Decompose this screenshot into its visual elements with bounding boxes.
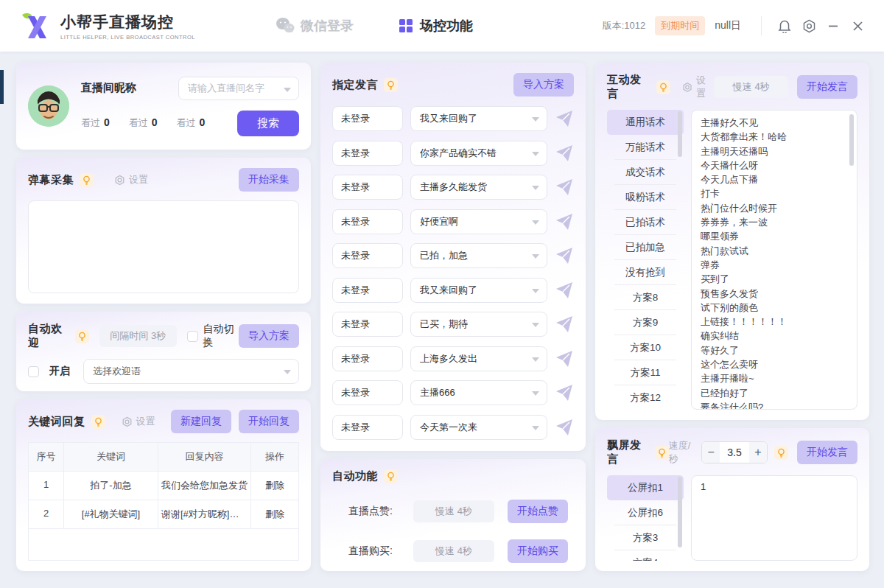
stepper-value[interactable]: 3.5 xyxy=(720,447,749,458)
phrase-plan-tab[interactable]: 方案11 xyxy=(607,360,684,385)
account-status-box[interactable]: 未登录 xyxy=(332,380,403,405)
message-select[interactable]: 好便宜啊 xyxy=(410,209,547,234)
search-button[interactable]: 搜索 xyxy=(237,111,299,136)
row-content: 我们会给您加急发货 xyxy=(158,472,251,500)
tip-bulb-icon xyxy=(656,80,670,94)
phrase-scrollbar[interactable] xyxy=(849,114,854,166)
phrase-line: 大货都拿出来！哈哈 xyxy=(701,130,848,144)
new-reply-button[interactable]: 新建回复 xyxy=(171,410,231,433)
settings-icon[interactable] xyxy=(801,18,816,33)
room-name-select[interactable] xyxy=(178,77,299,100)
message-select[interactable]: 已拍，加急 xyxy=(410,243,547,268)
phrase-plan-tab[interactable]: 成交话术 xyxy=(607,160,684,185)
phrase-plan-tab[interactable]: 已拍话术 xyxy=(607,210,684,235)
auto-switch-option[interactable]: 自动切换 xyxy=(187,323,239,349)
import-plan-button[interactable]: 导入方案 xyxy=(513,73,574,97)
phrase-plan-tab[interactable]: 方案10 xyxy=(607,335,684,360)
delete-link[interactable]: 删除 xyxy=(251,472,298,500)
chevron-down-icon xyxy=(532,323,539,327)
floating-plan-tab[interactable]: 公屏扣6 xyxy=(607,500,684,525)
message-select[interactable]: 今天第一次来 xyxy=(410,415,547,440)
welcome-phrase-select[interactable]: 选择欢迎语 xyxy=(83,359,299,384)
interactive-settings-button[interactable]: 设置 xyxy=(682,74,715,100)
nav-scene-control-label: 场控功能 xyxy=(420,17,473,35)
auto-function-label: 直播点赞: xyxy=(348,505,404,518)
account-status-box[interactable]: 未登录 xyxy=(332,209,403,234)
phrase-line: 主播开播啦~ xyxy=(701,371,848,385)
enable-welcome-checkbox[interactable] xyxy=(28,366,39,377)
message-select[interactable]: 主播666 xyxy=(410,380,547,405)
phrase-plan-tab[interactable]: 方案8 xyxy=(607,285,684,310)
account-status-box[interactable]: 未登录 xyxy=(332,346,403,371)
account-status-box[interactable]: 未登录 xyxy=(332,175,403,200)
close-icon[interactable] xyxy=(850,18,865,33)
account-status-box[interactable]: 未登录 xyxy=(332,312,403,337)
danmu-settings-button[interactable]: 设置 xyxy=(114,173,148,186)
stepper-minus-button[interactable]: − xyxy=(702,442,720,463)
send-icon[interactable] xyxy=(555,212,574,231)
message-select[interactable]: 已买，期待 xyxy=(410,312,547,337)
start-floating-button[interactable]: 开始发言 xyxy=(797,441,857,464)
account-status-box[interactable]: 未登录 xyxy=(332,106,403,131)
phrase-plan-tab[interactable]: 万能话术 xyxy=(607,135,684,160)
speed-pill[interactable]: 慢速 4秒 xyxy=(413,500,494,522)
room-name-input[interactable] xyxy=(188,83,278,94)
phrase-line: 等好久了 xyxy=(701,343,848,357)
start-speech-button[interactable]: 开始发言 xyxy=(797,75,857,99)
phrase-plan-tab[interactable]: 吸粉话术 xyxy=(607,185,684,210)
start-reply-button[interactable]: 开始回复 xyxy=(239,410,299,433)
phrase-plan-tab[interactable]: 没有抢到 xyxy=(607,260,684,285)
message-select[interactable]: 主播多久能发货 xyxy=(410,175,547,200)
account-status-box[interactable]: 未登录 xyxy=(332,243,403,268)
account-status-box[interactable]: 未登录 xyxy=(332,141,403,166)
account-status-box[interactable]: 未登录 xyxy=(332,415,403,440)
start-collect-button[interactable]: 开始采集 xyxy=(239,168,299,192)
floating-plan-tab[interactable]: 方案3 xyxy=(607,525,684,550)
room-profile-card: 直播间昵称 看过0看过0看过0 搜索 xyxy=(16,63,311,150)
speed-pill[interactable]: 慢速 4秒 xyxy=(413,540,494,562)
expire-value: null日 xyxy=(715,19,741,32)
import-plan-button[interactable]: 导入方案 xyxy=(239,324,299,348)
send-icon[interactable] xyxy=(555,349,574,368)
enable-welcome-label: 开启 xyxy=(49,365,70,378)
speed-pill[interactable]: 慢速 4秒 xyxy=(714,76,788,98)
stepper-plus-button[interactable]: + xyxy=(749,442,767,463)
message-select[interactable]: 你家产品确实不错 xyxy=(410,141,547,166)
phrase-plan-tab[interactable]: 通用话术 xyxy=(607,110,684,135)
send-icon[interactable] xyxy=(555,109,574,128)
phrase-plan-tab[interactable]: 方案12 xyxy=(607,385,684,410)
danmu-output-box[interactable] xyxy=(28,200,299,293)
phrase-plan-tab[interactable]: 方案9 xyxy=(607,310,684,335)
phrase-plan-tab[interactable]: 已拍加急 xyxy=(607,235,684,260)
tip-bulb-icon xyxy=(655,446,669,460)
account-status-box[interactable]: 未登录 xyxy=(332,278,403,303)
minimize-icon[interactable] xyxy=(826,18,841,33)
send-icon[interactable] xyxy=(555,178,574,197)
send-icon[interactable] xyxy=(555,281,574,300)
floating-content-box[interactable]: 1 xyxy=(691,475,857,561)
send-icon[interactable] xyxy=(555,144,574,163)
phrase-list-box[interactable]: 主播好久不见大货都拿出来！哈哈主播明天还播吗今天播什么呀今天几点下播打卡热门位什… xyxy=(691,110,857,410)
keyword-settings-button[interactable]: 设置 xyxy=(122,415,155,428)
send-icon[interactable] xyxy=(555,246,574,265)
message-select[interactable]: 我又来回购了 xyxy=(410,278,547,303)
delete-link[interactable]: 删除 xyxy=(251,500,298,529)
send-icon[interactable] xyxy=(555,418,574,437)
nav-scene-control[interactable]: 场控功能 xyxy=(399,17,473,35)
wechat-login-button[interactable]: 微信登录 xyxy=(276,17,354,35)
send-icon[interactable] xyxy=(555,315,574,334)
tabs-scrollbar[interactable] xyxy=(678,111,682,157)
tabs-scrollbar[interactable] xyxy=(678,477,682,547)
assigned-speech-row: 未登录 我又来回购了 xyxy=(332,278,574,303)
floating-plan-tab[interactable]: 公屏扣1 xyxy=(607,475,684,500)
auto-function-start-button[interactable]: 开始点赞 xyxy=(508,500,568,523)
auto-function-start-button[interactable]: 开始购买 xyxy=(508,539,568,563)
notification-bell-icon[interactable] xyxy=(777,18,792,33)
interval-pill[interactable]: 间隔时间 3秒 xyxy=(99,325,177,347)
send-icon[interactable] xyxy=(555,383,574,402)
message-select[interactable]: 我又来回购了 xyxy=(410,106,547,131)
message-select[interactable]: 上海多久发出 xyxy=(410,346,547,371)
auto-functions-title: 自动功能 xyxy=(332,469,378,483)
floating-plan-tab[interactable]: 方案4 xyxy=(607,550,684,561)
auto-switch-checkbox[interactable] xyxy=(187,331,198,342)
